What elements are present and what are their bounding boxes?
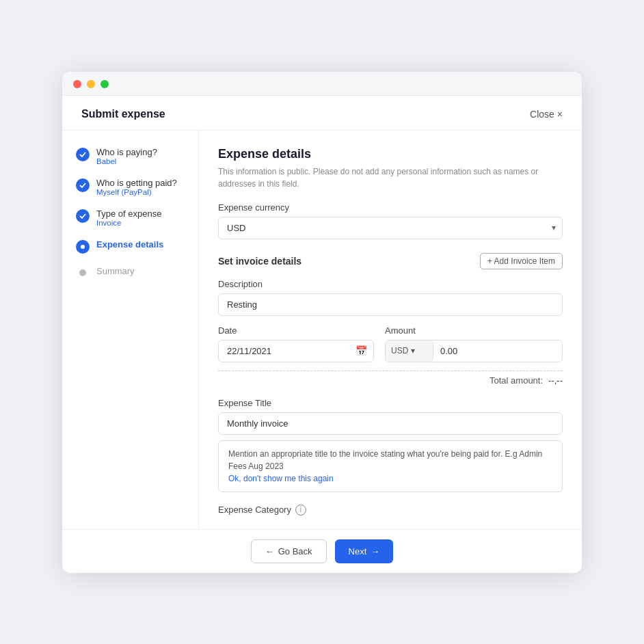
- sidebar-item-expense-details[interactable]: Expense details: [76, 239, 185, 254]
- step-text-expense-details: Expense details: [96, 239, 163, 250]
- step-icon-type-of-expense: [76, 209, 90, 223]
- modal-title: Submit expense: [81, 108, 165, 120]
- arrow-right-icon: →: [371, 546, 379, 556]
- step-icon-who-paying: [76, 148, 90, 161]
- next-label: Next: [349, 546, 367, 556]
- svg-point-0: [81, 245, 85, 249]
- traffic-light-red[interactable]: [73, 80, 81, 88]
- go-back-button[interactable]: ← Go Back: [251, 539, 327, 563]
- arrow-left-icon: ←: [265, 546, 274, 556]
- date-amount-row: Date 📅 Amount USD ▾: [218, 325, 563, 362]
- close-button[interactable]: Close ×: [530, 109, 563, 120]
- step-icon-expense-details: [76, 240, 90, 254]
- modal-header: Submit expense Close ×: [62, 96, 582, 131]
- tooltip-box: Mention an appropriate title to the invo…: [218, 440, 563, 492]
- modal-window: Submit expense Close × Who is paying? Ba…: [62, 72, 582, 573]
- step-text-who-paying: Who is paying? Babel: [96, 147, 157, 165]
- step-icon-summary: [79, 269, 86, 276]
- step-label-summary: Summary: [96, 266, 135, 276]
- modal-body: Who is paying? Babel Who is getting paid…: [62, 131, 582, 529]
- step-icon-who-getting-paid: [76, 178, 90, 192]
- sidebar-item-type-of-expense[interactable]: Type of expense Invoice: [76, 209, 185, 227]
- date-input-wrapper: 📅: [218, 340, 374, 362]
- amount-currency-select[interactable]: USD ▾: [386, 340, 433, 362]
- invoice-section-title: Set invoice details: [218, 256, 301, 267]
- traffic-light-yellow[interactable]: [87, 80, 95, 88]
- expense-category-info-icon: i: [295, 505, 306, 515]
- dotted-divider: [218, 371, 563, 371]
- amount-col: Amount USD ▾: [385, 325, 563, 362]
- date-col: Date 📅: [218, 325, 374, 362]
- amount-label: Amount: [385, 325, 563, 336]
- close-icon: ×: [557, 109, 563, 120]
- traffic-light-green[interactable]: [100, 80, 109, 88]
- go-back-label: Go Back: [278, 546, 312, 556]
- sidebar-item-summary[interactable]: Summary: [76, 266, 185, 276]
- amount-input-wrapper: USD ▾: [385, 340, 563, 362]
- step-sub-type-of-expense: Invoice: [96, 219, 161, 227]
- sidebar-item-who-getting-paid[interactable]: Who is getting paid? Myself (PayPal): [76, 178, 185, 196]
- description-input[interactable]: [218, 293, 563, 316]
- section-title: Expense details: [218, 147, 563, 161]
- step-label-who-getting-paid: Who is getting paid?: [96, 178, 177, 188]
- add-invoice-btn[interactable]: + Add Invoice Item: [480, 253, 563, 269]
- currency-label: Expense currency: [218, 202, 563, 213]
- sidebar: Who is paying? Babel Who is getting paid…: [62, 131, 199, 529]
- next-button[interactable]: Next →: [335, 539, 394, 563]
- step-sub-who-getting-paid: Myself (PayPal): [96, 188, 177, 196]
- expense-title-input[interactable]: [218, 412, 563, 435]
- sidebar-item-who-paying[interactable]: Who is paying? Babel: [76, 147, 185, 165]
- currency-select[interactable]: USD EUR GBP CAD: [218, 217, 563, 239]
- invoice-section-header: Set invoice details + Add Invoice Item: [218, 253, 563, 269]
- amount-input[interactable]: [433, 340, 562, 362]
- main-content: Expense details This information is publ…: [199, 131, 582, 529]
- tooltip-dismiss-link[interactable]: Ok, don't show me this again: [228, 474, 334, 483]
- step-sub-who-paying: Babel: [96, 157, 157, 165]
- tooltip-text: Mention an appropriate title to the invo…: [228, 448, 552, 472]
- expense-title-section: Expense Title Mention an appropriate tit…: [218, 398, 563, 492]
- expense-category-row: Expense Category i: [218, 505, 563, 515]
- date-input[interactable]: [218, 340, 374, 362]
- add-invoice-label: + Add Invoice Item: [487, 256, 555, 266]
- description-section: Description: [218, 279, 563, 316]
- info-text: This information is public. Please do no…: [218, 165, 563, 190]
- step-text-summary: Summary: [96, 266, 135, 276]
- total-label: Total amount:: [489, 375, 543, 386]
- footer: ← Go Back Next →: [62, 529, 582, 573]
- description-label: Description: [218, 279, 563, 289]
- step-label-who-paying: Who is paying?: [96, 147, 157, 157]
- total-value: --,--: [548, 375, 563, 386]
- date-label: Date: [218, 325, 374, 336]
- step-text-type-of-expense: Type of expense Invoice: [96, 209, 161, 227]
- step-text-who-getting-paid: Who is getting paid? Myself (PayPal): [96, 178, 177, 196]
- step-label-type-of-expense: Type of expense: [96, 209, 161, 219]
- expense-category-label: Expense Category: [218, 505, 291, 515]
- close-label: Close: [530, 109, 554, 120]
- window-titlebar: [62, 72, 582, 96]
- currency-select-wrapper: USD EUR GBP CAD ▾: [218, 217, 563, 239]
- total-row: Total amount: --,--: [218, 375, 563, 386]
- expense-title-label: Expense Title: [218, 398, 563, 408]
- step-label-expense-details: Expense details: [96, 239, 163, 250]
